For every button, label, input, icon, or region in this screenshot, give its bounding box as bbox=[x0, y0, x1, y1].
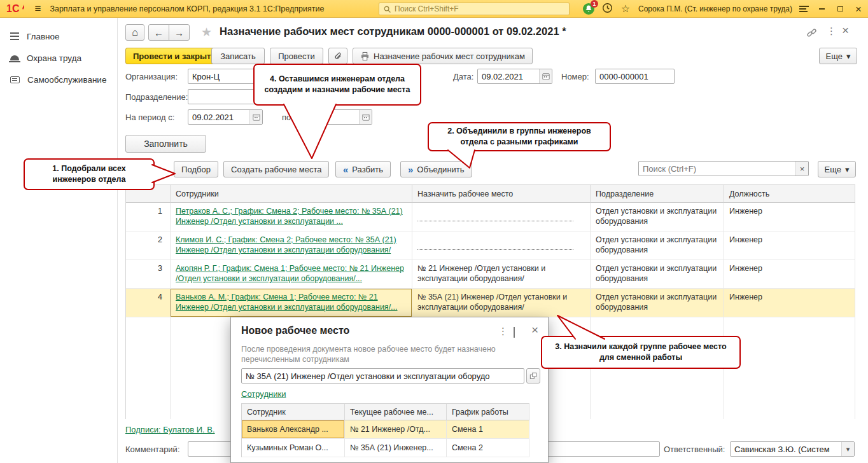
row-number: 2 bbox=[126, 232, 171, 260]
workplace-cell[interactable]: № 21 Инженер /Отдел установки и эксплуат… bbox=[412, 260, 591, 289]
employees-group-label[interactable]: Сотрудники bbox=[241, 389, 286, 399]
notification-badge: 1 bbox=[591, 0, 598, 8]
main-section-icon bbox=[10, 32, 19, 34]
employee-cell[interactable]: Петраков А. С.; График: Смена 2; Рабочее… bbox=[171, 203, 412, 232]
new-workplace-dialog: Новое рабочее место ⋮ × После проведения… bbox=[230, 317, 549, 463]
table-row[interactable]: 1 Петраков А. С.; График: Смена 2; Рабоч… bbox=[126, 203, 855, 232]
sidebar-item-safety[interactable]: Охрана труда bbox=[0, 47, 117, 69]
responsible-dropdown[interactable]: ▾ bbox=[841, 442, 854, 456]
favorites-button[interactable]: ☆ bbox=[620, 3, 631, 15]
table-more-button[interactable]: Еще▾ bbox=[818, 161, 856, 177]
period-from-input[interactable] bbox=[188, 110, 249, 124]
document-more-button[interactable]: ⋮ bbox=[827, 26, 836, 36]
number-input[interactable] bbox=[595, 69, 675, 84]
schedule-cell[interactable]: Смена 1 bbox=[447, 420, 529, 439]
period-to-input[interactable] bbox=[298, 110, 359, 124]
table-row[interactable]: 3 Акопян Р. Г.; График: Смена 1; Рабочее… bbox=[126, 260, 855, 289]
column-header-employee[interactable]: Сотрудник bbox=[242, 404, 345, 420]
period-from-calendar-button[interactable] bbox=[249, 110, 262, 124]
employee-cell[interactable]: Климов И. С.; График: Смена 2; Рабочее м… bbox=[171, 232, 412, 260]
home-button[interactable]: ⌂ bbox=[125, 24, 144, 41]
table-row-selected[interactable]: 4 Ваньков А. М.; График: Смена 1; Рабоче… bbox=[126, 289, 855, 317]
signatures-link[interactable]: Подписи: Булатов И. В. bbox=[125, 425, 215, 434]
back-button[interactable]: ← bbox=[148, 24, 169, 41]
topbar: 1С ≡ Зарплата и управление персоналом КО… bbox=[0, 0, 868, 18]
dialog-more-button[interactable]: ⋮ bbox=[498, 326, 508, 336]
attachments-button[interactable] bbox=[328, 48, 347, 64]
employee-cell[interactable]: Кузьминых Роман О... bbox=[242, 439, 345, 457]
page-title: Назначение рабочих мест сотрудникам 0000… bbox=[220, 25, 566, 38]
employee-cell[interactable]: Ваньков Александр ... bbox=[242, 420, 345, 439]
column-header-employees[interactable]: Сотрудники bbox=[171, 185, 412, 203]
employee-link[interactable]: Петраков А. С.; График: Смена 2; Рабочее… bbox=[176, 207, 403, 226]
fill-button[interactable]: Заполнить bbox=[125, 135, 206, 153]
current-workplace-cell[interactable]: № 21 Инженер /Отд... bbox=[345, 420, 447, 439]
clear-icon: × bbox=[800, 165, 805, 173]
column-header-assign[interactable]: Назначить рабочее место bbox=[412, 185, 591, 203]
workplace-cell[interactable] bbox=[412, 203, 591, 232]
get-link-button[interactable] bbox=[806, 27, 817, 40]
maximize-button[interactable] bbox=[834, 3, 846, 15]
notifications-button[interactable]: 1 bbox=[582, 3, 595, 15]
date-input[interactable] bbox=[478, 69, 539, 83]
dialog-maximize-button[interactable] bbox=[514, 328, 515, 337]
minimize-button[interactable] bbox=[816, 3, 827, 15]
column-header-current-workplace[interactable]: Текущее рабочее ме... bbox=[345, 404, 447, 420]
table-search-input[interactable] bbox=[639, 162, 795, 176]
dialog-table-row-selected[interactable]: Ваньков Александр ... № 21 Инженер /Отд.… bbox=[242, 420, 529, 439]
employee-cell[interactable]: Ваньков А. М.; График: Смена 1; Рабочее … bbox=[171, 289, 412, 317]
home-icon: ⌂ bbox=[132, 27, 138, 38]
table-row[interactable]: 2 Климов И. С.; График: Смена 2; Рабочее… bbox=[126, 232, 855, 260]
dialog-description: После проведения документа новое рабочее… bbox=[241, 344, 531, 364]
department-cell: Отдел установки и эксплуатации оборудова… bbox=[591, 232, 724, 260]
dialog-employees-table: Сотрудник Текущее рабочее ме... График р… bbox=[241, 403, 529, 457]
global-search-input[interactable] bbox=[395, 4, 565, 13]
write-button[interactable]: Записать bbox=[211, 48, 265, 64]
dialog-table-row[interactable]: Кузьминых Роман О... № 35А (21) Инженер.… bbox=[242, 439, 529, 457]
print-button[interactable]: Назначение рабочих мест сотрудникам bbox=[353, 48, 533, 64]
link-icon bbox=[806, 27, 817, 38]
close-window-button[interactable]: × bbox=[853, 3, 864, 15]
date-calendar-button[interactable] bbox=[539, 69, 552, 83]
split-button[interactable]: « Разбить bbox=[335, 161, 391, 177]
employee-link[interactable]: Климов И. С.; График: Смена 2; Рабочее м… bbox=[176, 235, 396, 254]
search-clear-button[interactable]: × bbox=[795, 162, 808, 176]
history-button[interactable] bbox=[602, 3, 613, 15]
current-workplace-cell[interactable]: № 35А (21) Инженер... bbox=[345, 439, 447, 457]
employee-link[interactable]: Ваньков А. М.; График: Смена 1; Рабочее … bbox=[176, 293, 398, 312]
minimize-icon bbox=[819, 8, 825, 10]
paperclip-icon bbox=[333, 52, 343, 61]
post-and-close-button[interactable]: Провести и закрыть bbox=[125, 48, 223, 64]
post-button[interactable]: Провести bbox=[270, 48, 323, 64]
chevron-down-icon: ▾ bbox=[845, 165, 850, 174]
favorite-star-icon[interactable]: ★ bbox=[201, 26, 212, 38]
hamburger-icon: ≡ bbox=[34, 3, 41, 15]
period-to-calendar-button[interactable] bbox=[359, 110, 372, 124]
dialog-close-button[interactable]: × bbox=[531, 324, 538, 336]
merge-button[interactable]: » Объединить bbox=[400, 161, 472, 177]
toolbar-more-button[interactable]: Еще▾ bbox=[819, 48, 857, 64]
number-label: Номер: bbox=[561, 72, 589, 81]
main-menu-button[interactable]: ≡ bbox=[34, 3, 41, 14]
create-workplaces-button[interactable]: Создать рабочие места bbox=[223, 161, 329, 177]
comment-label: Комментарий: bbox=[125, 445, 180, 454]
employee-link[interactable]: Акопян Р. Г.; График: Смена 1; Рабочее м… bbox=[176, 264, 404, 283]
sidebar-item-selfservice[interactable]: Самообслуживание bbox=[0, 69, 117, 90]
back-icon: ← bbox=[154, 28, 164, 38]
open-icon bbox=[529, 372, 537, 380]
employee-cell[interactable]: Акопян Р. Г.; График: Смена 1; Рабочее м… bbox=[171, 260, 412, 289]
service-menu-button[interactable] bbox=[799, 4, 809, 13]
workplace-cell[interactable] bbox=[412, 232, 591, 260]
responsible-input[interactable] bbox=[731, 442, 841, 456]
column-header-position[interactable]: Должность bbox=[724, 185, 855, 203]
column-header-schedule[interactable]: График работы bbox=[447, 404, 529, 420]
workplace-cell[interactable]: № 35А (21) Инженер /Отдел установки и эк… bbox=[412, 289, 591, 317]
close-document-button[interactable]: × bbox=[842, 24, 849, 36]
schedule-cell[interactable]: Смена 2 bbox=[447, 439, 529, 457]
column-header-department[interactable]: Подразделение bbox=[591, 185, 724, 203]
workplace-input[interactable] bbox=[242, 369, 524, 383]
sidebar-item-main[interactable]: Главное bbox=[0, 25, 117, 47]
pick-button[interactable]: Подбор bbox=[174, 161, 218, 177]
workplace-open-button[interactable] bbox=[526, 368, 540, 384]
forward-button[interactable]: → bbox=[169, 24, 190, 41]
